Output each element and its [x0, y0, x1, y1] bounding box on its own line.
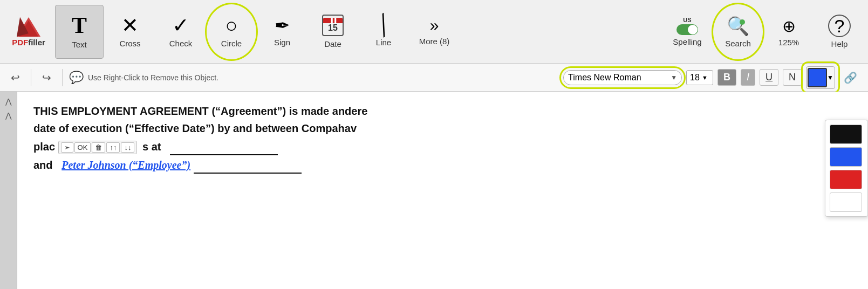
- circle-tool-label: Circle: [221, 39, 242, 48]
- color-option-black[interactable]: [830, 125, 862, 144]
- tool-date-button[interactable]: ▐▐ 15 Date: [309, 5, 357, 59]
- tool-sign-button[interactable]: ✒ Sign: [258, 5, 306, 59]
- zoom-icon: ⊕: [782, 17, 796, 36]
- normal-button[interactable]: N: [783, 69, 802, 86]
- right-tools: US Spelling 🔍 Search ⊕ 125% ? Help: [663, 5, 864, 59]
- inline-delete-button[interactable]: 🗑: [92, 142, 105, 153]
- color-dropdown-popup: [825, 120, 868, 217]
- check-tool-icon: ✓: [172, 15, 189, 36]
- text-tool-icon: T: [72, 14, 87, 37]
- main-content: ⋀ ⋀ THIS EMPLOYMENT AGREEMENT (“Agreemen…: [0, 92, 868, 289]
- color-swatch-area[interactable]: ▼: [806, 66, 835, 89]
- tool-circle-button[interactable]: ○ Circle: [207, 5, 256, 59]
- color-option-blue[interactable]: [830, 147, 862, 167]
- line-tool-icon: ╱: [374, 15, 393, 36]
- circle-tool-icon: ○: [225, 15, 238, 36]
- cross-tool-icon: ✕: [121, 15, 139, 36]
- inline-move-button[interactable]: ➣: [61, 142, 73, 153]
- date-tool-icon: ▐▐ 15: [322, 15, 344, 36]
- link-button[interactable]: 🔗: [839, 69, 862, 86]
- doc-line2: date of execution (“Effective Date”) by …: [33, 120, 852, 137]
- main-toolbar: PDFfiller T Text ✕ Cross ✓ Check ○ Circl…: [0, 0, 868, 64]
- font-family-arrow: ▼: [671, 74, 677, 81]
- pdf-logo-icon: [16, 16, 42, 38]
- blank-line-1: [170, 137, 278, 155]
- underline-button[interactable]: U: [760, 69, 778, 86]
- cross-tool-label: Cross: [119, 39, 140, 48]
- undo-button[interactable]: ↩: [6, 69, 24, 86]
- text-tool-label: Text: [72, 40, 87, 49]
- left-nav-up2-button[interactable]: ⋀: [4, 110, 12, 121]
- spelling-label: Spelling: [673, 37, 701, 46]
- search-button[interactable]: 🔍 Search: [714, 5, 762, 59]
- font-size-value: 18: [690, 73, 700, 82]
- inline-up-button[interactable]: ↑↑: [106, 142, 120, 153]
- search-label: Search: [725, 39, 751, 48]
- blank-line-2: [194, 155, 302, 174]
- left-navigation: ⋀ ⋀: [0, 92, 17, 289]
- help-button[interactable]: ? Help: [815, 5, 864, 59]
- font-family-selector[interactable]: Times New Roman ▼: [563, 70, 682, 85]
- more-tool-label: More (8): [419, 37, 450, 46]
- doc-line3-mid: s at: [142, 141, 167, 153]
- date-tool-label: Date: [324, 39, 341, 49]
- hint-text: Use Right-Click to Remove this Object.: [88, 73, 218, 82]
- current-color-swatch: [808, 68, 827, 87]
- sec-divider-1: [31, 69, 31, 86]
- font-size-arrow: ▼: [702, 74, 708, 81]
- color-option-red[interactable]: [830, 170, 862, 189]
- tool-cross-button[interactable]: ✕ Cross: [106, 5, 154, 59]
- tool-more-button[interactable]: » More (8): [410, 5, 459, 59]
- tool-text-button[interactable]: T Text: [55, 5, 104, 59]
- formatting-controls: Times New Roman ▼ 18 ▼ B I U N ▼ 🔗: [563, 66, 862, 89]
- spelling-toggle: US: [676, 17, 698, 35]
- font-family-value: Times New Roman: [568, 73, 667, 82]
- element-inline-toolbar: ➣ OK 🗑 ↑↑ ↓↓: [58, 141, 138, 154]
- color-selector[interactable]: ▼: [806, 66, 835, 89]
- doc-line4: and Peter Johnson (“Employee”): [33, 155, 852, 174]
- font-size-selector[interactable]: 18 ▼: [686, 70, 713, 85]
- bold-button[interactable]: B: [717, 69, 736, 86]
- doc-line3-start: plac: [33, 141, 55, 153]
- sec-divider-2: [62, 69, 63, 86]
- logo: PDFfiller: [4, 0, 53, 63]
- inline-down-button[interactable]: ↓↓: [121, 142, 134, 153]
- zoom-label: 125%: [778, 38, 799, 47]
- italic-button[interactable]: I: [741, 69, 755, 86]
- document-area: THIS EMPLOYMENT AGREEMENT (“Agreement”) …: [17, 92, 868, 289]
- search-icon-container: 🔍: [727, 15, 749, 37]
- left-nav-up-button[interactable]: ⋀: [4, 96, 12, 107]
- doc-line1: THIS EMPLOYMENT AGREEMENT (“Agreement”) …: [33, 102, 852, 120]
- logo-text: PDFfiller: [12, 38, 45, 47]
- inline-ok-button[interactable]: OK: [74, 142, 91, 153]
- spelling-button[interactable]: US Spelling: [663, 5, 712, 59]
- search-icon: 🔍: [727, 16, 749, 36]
- hint-area: 💬 Use Right-Click to Remove this Object.: [69, 71, 218, 85]
- spelling-toggle-knob: [688, 25, 698, 35]
- zoom-button[interactable]: ⊕ 125%: [764, 5, 813, 59]
- doc-content: THIS EMPLOYMENT AGREEMENT (“Agreement”) …: [33, 102, 852, 174]
- more-tool-icon: »: [430, 17, 439, 33]
- sign-tool-icon: ✒: [275, 16, 290, 35]
- doc-line3: plac ➣ OK 🗑 ↑↑ ↓↓ s at: [33, 137, 852, 155]
- tool-line-button[interactable]: ╱ Line: [359, 5, 408, 59]
- spelling-toggle-track: [676, 24, 698, 35]
- help-label: Help: [831, 39, 848, 49]
- check-tool-label: Check: [169, 39, 193, 48]
- tool-check-button[interactable]: ✓ Check: [156, 5, 205, 59]
- sign-tool-label: Sign: [274, 38, 290, 47]
- line-tool-label: Line: [376, 38, 391, 47]
- color-dropdown-arrow[interactable]: ▼: [827, 74, 833, 81]
- employee-name[interactable]: Peter Johnson (“Employee”): [61, 159, 190, 171]
- secondary-toolbar: ↩ ↪ 💬 Use Right-Click to Remove this Obj…: [0, 64, 868, 92]
- color-option-white[interactable]: [830, 192, 862, 212]
- search-green-dot: [740, 19, 745, 25]
- redo-button[interactable]: ↪: [38, 69, 56, 86]
- help-icon: ?: [828, 15, 851, 37]
- comment-icon: 💬: [69, 71, 84, 85]
